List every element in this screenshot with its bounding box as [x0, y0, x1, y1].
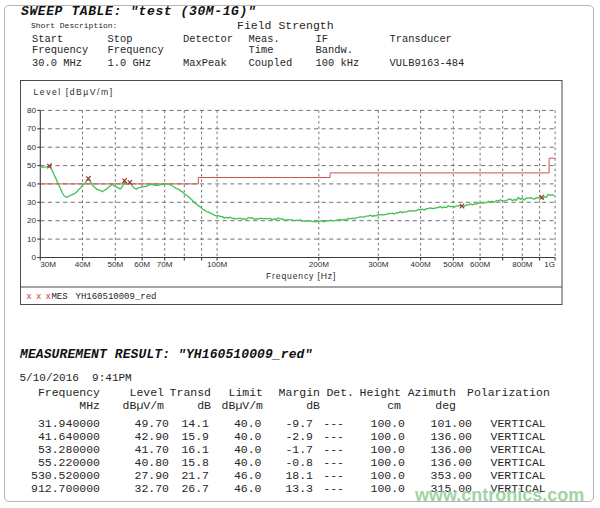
svg-text:50: 50 [27, 161, 37, 170]
svg-text:60M: 60M [134, 260, 150, 269]
svg-text:300M: 300M [368, 260, 389, 269]
svg-text:80: 80 [27, 106, 37, 115]
svg-text:Frequency [Hz]: Frequency [Hz] [266, 271, 336, 281]
svg-text:400M: 400M [410, 260, 431, 269]
svg-text:70M: 70M [157, 260, 173, 269]
svg-text:20: 20 [27, 216, 37, 225]
svg-text:30: 30 [27, 198, 37, 207]
svg-text:50M: 50M [107, 260, 123, 269]
svg-text:0: 0 [31, 253, 36, 262]
svg-text:200M: 200M [309, 260, 330, 269]
svg-text:70: 70 [27, 124, 37, 133]
svg-text:40M: 40M [75, 260, 91, 269]
svg-text:40: 40 [27, 180, 37, 189]
svg-text:Level [dBµV/m]: Level [dBµV/m] [34, 87, 114, 97]
svg-text:60: 60 [27, 143, 37, 152]
svg-text:500M: 500M [443, 260, 464, 269]
svg-text:30M: 30M [40, 260, 56, 269]
svg-text:1G: 1G [544, 260, 555, 269]
svg-text:600M: 600M [470, 260, 491, 269]
svg-text:800M: 800M [512, 260, 533, 269]
svg-text:100M: 100M [207, 260, 228, 269]
svg-text:10: 10 [27, 235, 37, 244]
